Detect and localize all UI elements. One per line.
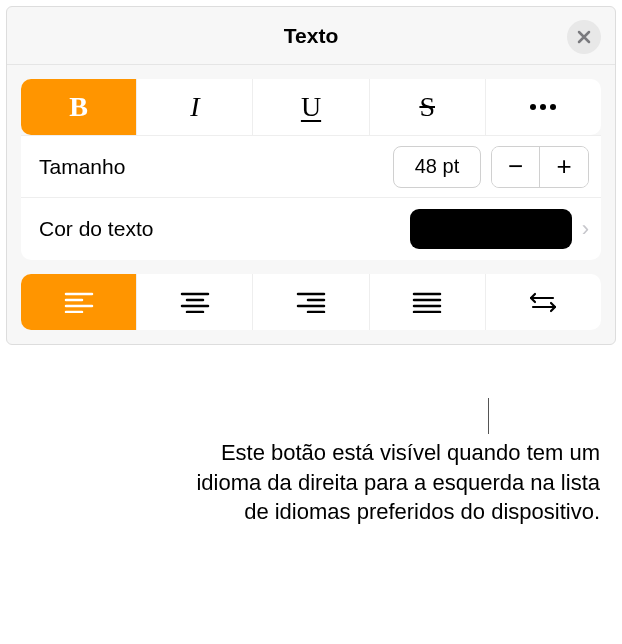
- caption-text: Este botão está visível quando tem um id…: [180, 438, 600, 527]
- size-stepper: − +: [491, 146, 589, 188]
- align-center-button[interactable]: [137, 274, 253, 330]
- align-center-icon: [180, 291, 210, 313]
- strike-button[interactable]: S: [370, 79, 486, 135]
- size-label: Tamanho: [39, 155, 125, 179]
- panel-header: Texto: [7, 7, 615, 65]
- text-style-segment: B I U S: [21, 79, 601, 135]
- size-increment-button[interactable]: +: [540, 147, 588, 187]
- italic-icon: I: [190, 91, 199, 123]
- svg-point-2: [550, 104, 556, 110]
- size-value-field[interactable]: 48 pt: [393, 146, 481, 188]
- size-decrement-button[interactable]: −: [492, 147, 540, 187]
- size-row: Tamanho 48 pt − +: [21, 136, 601, 198]
- close-icon: [576, 29, 592, 45]
- more-icon: [528, 103, 558, 111]
- size-controls: 48 pt − +: [393, 146, 589, 188]
- text-panel: Texto B I U S Tamanho: [6, 6, 616, 345]
- bidi-arrows-icon: [527, 290, 559, 314]
- align-left-icon: [64, 291, 94, 313]
- italic-button[interactable]: I: [137, 79, 253, 135]
- callout-line: [488, 398, 489, 434]
- underline-button[interactable]: U: [253, 79, 369, 135]
- underline-icon: U: [301, 91, 321, 123]
- text-color-row[interactable]: Cor do texto ›: [21, 198, 601, 260]
- align-justify-button[interactable]: [370, 274, 486, 330]
- text-direction-button[interactable]: [486, 274, 601, 330]
- text-rows: Tamanho 48 pt − + Cor do texto ›: [21, 135, 601, 260]
- more-styles-button[interactable]: [486, 79, 601, 135]
- svg-point-1: [540, 104, 546, 110]
- align-right-button[interactable]: [253, 274, 369, 330]
- text-color-controls: ›: [410, 209, 589, 249]
- chevron-right-icon: ›: [578, 216, 589, 242]
- panel-title: Texto: [284, 24, 338, 48]
- align-right-icon: [296, 291, 326, 313]
- alignment-segment: [21, 274, 601, 330]
- strikethrough-icon: S: [419, 91, 435, 123]
- bold-button[interactable]: B: [21, 79, 137, 135]
- align-left-button[interactable]: [21, 274, 137, 330]
- bold-icon: B: [69, 91, 88, 123]
- close-button[interactable]: [567, 20, 601, 54]
- align-justify-icon: [412, 291, 442, 313]
- text-color-swatch[interactable]: [410, 209, 572, 249]
- text-color-label: Cor do texto: [39, 217, 153, 241]
- svg-point-0: [530, 104, 536, 110]
